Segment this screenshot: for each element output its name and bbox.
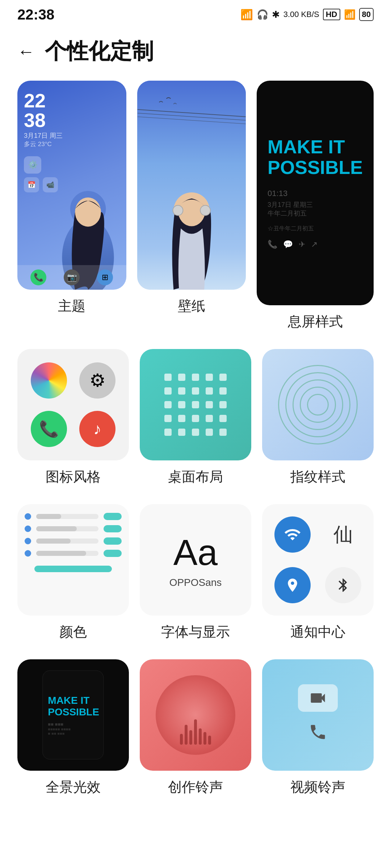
dot xyxy=(178,415,185,422)
color-bar-4 xyxy=(36,551,98,556)
dot xyxy=(192,374,199,381)
icon-style-card: ⚙ 📞 ♪ xyxy=(17,349,129,460)
grid-item-ringtone[interactable]: 创作铃声 xyxy=(140,659,251,796)
dot xyxy=(164,415,172,422)
font-label: 字体与显示 xyxy=(161,623,230,641)
grid-row-3: 颜色 Aa OPPOSans 字体与显示 仙 xyxy=(17,504,374,641)
aod-card: MAKE IT POSSIBLE 01:13 3月17日 星期三 牛年二月初五 … xyxy=(257,81,374,305)
notification-label: 通知中心 xyxy=(290,623,345,641)
grid-row-4: MAKE IT POSSIBLE ■■ ■■■ ■■■■■ ■■■■ ■ ■■ … xyxy=(17,659,374,796)
ring-5 xyxy=(278,365,358,444)
svg-point-9 xyxy=(173,205,183,216)
aod-status-icons: 📞 💬 ✈ ↗ xyxy=(268,240,363,249)
dot xyxy=(206,415,213,422)
dot xyxy=(192,401,199,408)
color-bar-2 xyxy=(36,526,98,531)
status-bar: 22:38 📶 🎧 ✱ 3.00 KB/S HD 📶 80 xyxy=(0,0,391,26)
theme-dock: 📞 📷 ⊞ xyxy=(17,265,126,290)
dot xyxy=(219,401,227,408)
video-ringtone-card xyxy=(262,659,374,771)
grid-item-notification[interactable]: 仙 通知中心 xyxy=(262,504,374,641)
grid-item-desktop[interactable]: 桌面布局 xyxy=(140,349,251,486)
aod-bottom-card: MAKE IT POSSIBLE ■■ ■■■ ■■■■■ ■■■■ ■ ■■ … xyxy=(17,659,129,771)
dot xyxy=(164,401,172,408)
dot xyxy=(178,374,185,381)
aod-label: 息屏样式 xyxy=(288,312,343,331)
grid-item-aod[interactable]: MAKE IT POSSIBLE 01:13 3月17日 星期三 牛年二月初五 … xyxy=(257,81,374,331)
color-dot-blue-3 xyxy=(25,538,31,544)
signal-bars: 📶 xyxy=(344,9,356,20)
color-bar-fill-1 xyxy=(36,514,61,519)
status-time: 22:38 xyxy=(17,7,54,23)
aod-bottom-label: 全景光效 xyxy=(46,778,101,796)
dot xyxy=(164,387,172,395)
dot xyxy=(164,374,172,381)
bluetooth-icon-circle xyxy=(325,567,361,603)
network-icon: 📶 xyxy=(240,9,253,21)
color-dot-blue xyxy=(25,513,31,520)
phone-mockup: MAKE IT POSSIBLE ■■ ■■■ ■■■■■ ■■■■ ■ ■■ … xyxy=(42,671,104,760)
battery-indicator: 80 xyxy=(359,8,374,21)
wallpaper-card xyxy=(137,81,246,290)
svg-point-2 xyxy=(75,197,101,227)
headphone-icon: 🎧 xyxy=(257,9,268,20)
aod-msg-icon: 💬 xyxy=(283,240,293,249)
grid-item-color[interactable]: 颜色 xyxy=(17,504,129,641)
wave-bar xyxy=(203,732,206,745)
location-icon-circle xyxy=(274,567,311,603)
color-row-3 xyxy=(25,537,122,545)
dot xyxy=(206,401,213,408)
grid-item-icon-style[interactable]: ⚙ 📞 ♪ 图标风格 xyxy=(17,349,129,486)
font-aa-display: Aa xyxy=(173,532,218,573)
color-switch-4 xyxy=(104,550,122,557)
grid-item-aod-bottom[interactable]: MAKE IT POSSIBLE ■■ ■■■ ■■■■■ ■■■■ ■ ■■ … xyxy=(17,659,129,796)
bluetooth-icon: ✱ xyxy=(272,9,280,20)
aod-b-title1: MAKE IT xyxy=(48,694,89,706)
color-switch-3 xyxy=(104,537,122,545)
aod-time: 01:13 xyxy=(268,189,363,198)
notif-bar-icon: 仙 xyxy=(333,522,353,548)
dot xyxy=(178,401,185,408)
customization-grid: 22 38 3月17日 周三 多云 23°C ⚙️ 📅 📹 xyxy=(0,73,391,822)
aod-date: 3月17日 星期三 xyxy=(268,200,363,209)
dot xyxy=(178,387,185,395)
grid-item-font[interactable]: Aa OPPOSans 字体与显示 xyxy=(140,504,251,641)
font-card: Aa OPPOSans xyxy=(140,504,251,616)
app-dock-icon: ⊞ xyxy=(97,269,113,285)
phone-receive-icon xyxy=(308,723,327,746)
ringtone-label: 创作铃声 xyxy=(168,778,223,796)
color-row-1 xyxy=(25,513,122,520)
dot xyxy=(219,387,227,395)
dot xyxy=(206,387,213,395)
wave-bar xyxy=(194,719,197,745)
aod-title-line1: MAKE IT xyxy=(268,137,363,157)
ringtone-card xyxy=(140,659,251,771)
grid-row-1: 22 38 3月17日 周三 多云 23°C ⚙️ 📅 📹 xyxy=(17,81,374,331)
aod-phone-icon: 📞 xyxy=(268,240,277,249)
aod-wechat-icon: ✈ xyxy=(299,240,305,249)
back-button[interactable]: ← xyxy=(17,43,35,60)
theme-label: 主题 xyxy=(58,297,85,315)
hd-badge: HD xyxy=(323,9,340,20)
video-cam-icon xyxy=(298,684,338,712)
grid-item-wallpaper[interactable]: 壁纸 xyxy=(137,81,246,331)
theme-weather: 多云 23°C xyxy=(24,140,120,148)
dot-grid xyxy=(154,363,237,447)
grid-item-fingerprint[interactable]: 指纹样式 xyxy=(262,349,374,486)
grid-item-theme[interactable]: 22 38 3月17日 周三 多云 23°C ⚙️ 📅 📹 xyxy=(17,81,126,331)
color-bar-3 xyxy=(36,539,98,544)
grid-item-video-ringtone[interactable]: 视频铃声 xyxy=(262,659,374,796)
aod-b-sub-date: ■■■■■ ■■■■ xyxy=(48,727,71,731)
icon-phone: 📞 xyxy=(31,411,67,447)
aod-b-title2: POSSIBLE xyxy=(48,706,99,718)
wave-bar xyxy=(208,736,211,745)
aod-content: MAKE IT POSSIBLE 01:13 3月17日 星期三 牛年二月初五 … xyxy=(268,95,363,291)
ringtone-wave-circle xyxy=(156,675,235,755)
dot xyxy=(192,387,199,395)
phone-dock-icon: 📞 xyxy=(30,269,46,285)
color-bar-fill-2 xyxy=(36,526,77,531)
dot xyxy=(219,429,227,436)
network-speed: 3.00 KB/S xyxy=(283,10,319,19)
theme-date: 3月17日 周三 xyxy=(24,131,120,140)
color-bar-fill-3 xyxy=(36,539,71,544)
